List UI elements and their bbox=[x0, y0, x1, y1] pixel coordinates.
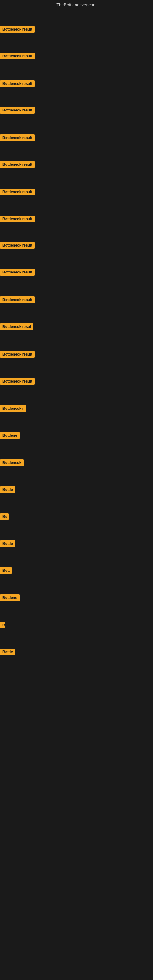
bottleneck-badge: Bottleneck result bbox=[0, 378, 35, 385]
site-header: TheBottlenecker.com bbox=[0, 0, 153, 9]
bottleneck-result-item: Bottlene bbox=[0, 432, 19, 440]
bottleneck-badge: Bottleneck result bbox=[0, 189, 35, 196]
bottleneck-badge: Bottleneck result bbox=[0, 161, 35, 168]
bottleneck-result-item: Bottleneck result bbox=[0, 26, 35, 34]
bottleneck-result-item: Bottleneck result bbox=[0, 107, 35, 115]
bottleneck-result-item: Bottleneck result bbox=[0, 269, 35, 277]
bottleneck-badge: Bottle bbox=[0, 540, 15, 547]
bottleneck-badge: Bottleneck r bbox=[0, 405, 26, 412]
bottleneck-result-item: Bottleneck result bbox=[0, 351, 35, 359]
bottleneck-badge: Bottleneck resul bbox=[0, 323, 33, 330]
bottleneck-result-item: Bo bbox=[0, 513, 9, 521]
bottleneck-badge: Bottleneck result bbox=[0, 216, 35, 222]
bottleneck-result-item: Bottleneck result bbox=[0, 80, 35, 88]
bottleneck-result-item: Bottle bbox=[0, 540, 15, 548]
bottleneck-badge: Bottleneck result bbox=[0, 242, 35, 249]
bottleneck-badge: Bottleneck result bbox=[0, 351, 35, 358]
bottleneck-result-item: Bottlene bbox=[0, 595, 19, 602]
bottleneck-badge: Bottle bbox=[0, 649, 15, 655]
bottleneck-result-item: Bottleneck resul bbox=[0, 323, 33, 331]
bottleneck-result-item: Bottleneck r bbox=[0, 405, 26, 413]
bottleneck-result-item: Bottleneck result bbox=[0, 378, 35, 386]
bottleneck-result-item: Bottleneck result bbox=[0, 189, 35, 197]
bottleneck-badge: Bottlene bbox=[0, 432, 19, 439]
bottleneck-badge: Bottleneck result bbox=[0, 80, 35, 87]
bottleneck-badge: Bottleneck result bbox=[0, 107, 35, 114]
bottleneck-result-item: Bottleneck result bbox=[0, 216, 35, 224]
bottleneck-result-item: Bottleneck result bbox=[0, 161, 35, 169]
bottleneck-badge: Bottlene bbox=[0, 595, 19, 601]
bottleneck-badge: Bo bbox=[0, 513, 9, 520]
bottleneck-result-item: Bottleneck bbox=[0, 460, 24, 467]
bottleneck-badge: Bottleneck result bbox=[0, 296, 35, 303]
bottleneck-result-item: Bottle bbox=[0, 649, 15, 657]
bottleneck-result-item: Bottleneck result bbox=[0, 296, 35, 304]
bottleneck-badge: Bottleneck result bbox=[0, 134, 35, 141]
bottleneck-result-item: B bbox=[0, 622, 5, 630]
bottleneck-result-item: Bottleneck result bbox=[0, 242, 35, 250]
bottleneck-badge: Bottleneck bbox=[0, 460, 24, 466]
bottleneck-result-item: Bott bbox=[0, 567, 12, 575]
bottleneck-badge: Bottleneck result bbox=[0, 26, 35, 33]
bottleneck-badge: Bottle bbox=[0, 486, 15, 493]
bottleneck-result-item: Bottle bbox=[0, 486, 15, 494]
bottleneck-badge: Bottleneck result bbox=[0, 269, 35, 275]
bottleneck-badge: Bottleneck result bbox=[0, 52, 35, 59]
bottleneck-badge: Bott bbox=[0, 567, 12, 574]
bottleneck-badge: B bbox=[0, 622, 5, 628]
bottleneck-result-item: Bottleneck result bbox=[0, 134, 35, 142]
bottleneck-result-item: Bottleneck result bbox=[0, 52, 35, 60]
